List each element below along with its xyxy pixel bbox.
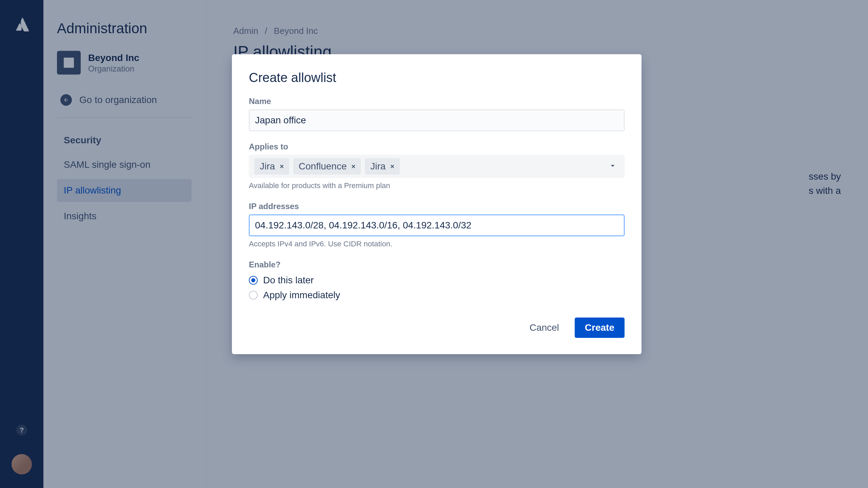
applies-to-label: Applies to: [249, 142, 625, 151]
ip-addresses-input[interactable]: [249, 215, 625, 236]
modal-footer: Cancel Create: [249, 318, 625, 338]
name-label: Name: [249, 97, 625, 106]
tag-label: Confluence: [299, 161, 347, 172]
name-input[interactable]: [249, 109, 625, 131]
modal-title: Create allowlist: [249, 70, 625, 85]
tag-label: Jira: [370, 161, 386, 172]
applies-to-help: Available for products with a Premium pl…: [249, 181, 625, 190]
ip-help: Accepts IPv4 and IPv6. Use CIDR notation…: [249, 240, 625, 248]
chevron-down-icon[interactable]: [608, 161, 617, 171]
tag-label: Jira: [260, 161, 275, 172]
radio-label: Do this later: [263, 275, 314, 286]
cancel-button[interactable]: Cancel: [524, 318, 565, 337]
radio-apply-immediately[interactable]: Apply immediately: [249, 288, 625, 303]
tag-remove-icon[interactable]: ×: [389, 163, 396, 170]
radio-label: Apply immediately: [263, 290, 340, 301]
tag-confluence: Confluence ×: [293, 158, 361, 175]
enable-label: Enable?: [249, 260, 625, 269]
tag-jira-1: Jira ×: [254, 158, 289, 175]
create-button[interactable]: Create: [575, 318, 625, 338]
tag-remove-icon[interactable]: ×: [278, 163, 285, 170]
tag-remove-icon[interactable]: ×: [350, 163, 357, 170]
radio-do-this-later[interactable]: Do this later: [249, 273, 625, 288]
ip-label: IP addresses: [249, 202, 625, 211]
radio-icon: [249, 291, 258, 300]
create-allowlist-modal: Create allowlist Name Applies to Jira × …: [232, 54, 642, 354]
tag-jira-2: Jira ×: [365, 158, 400, 175]
radio-icon: [249, 276, 258, 285]
applies-to-select[interactable]: Jira × Confluence × Jira ×: [249, 155, 625, 178]
